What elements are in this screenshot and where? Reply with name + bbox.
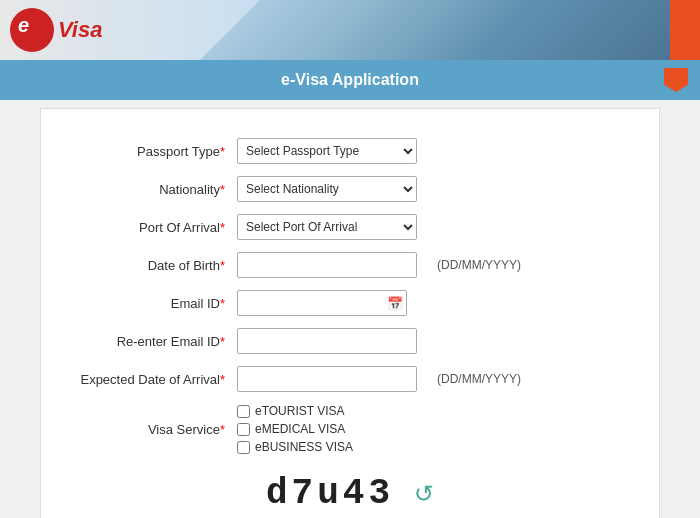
logo-text: Visa bbox=[58, 17, 102, 43]
medical-label: eMEDICAL VISA bbox=[255, 422, 345, 436]
port-arrival-row: Port Of Arrival* Select Port Of Arrival bbox=[51, 211, 649, 243]
dob-input[interactable] bbox=[237, 252, 417, 278]
refresh-captcha-button[interactable]: ↻ bbox=[414, 480, 434, 508]
form-container: Passport Type* Select Passport Type Ordi… bbox=[40, 108, 660, 518]
visa-service-row: Visa Service* eTOURIST VISA eMEDICAL VIS… bbox=[51, 401, 649, 457]
calendar-icon: 📅 bbox=[387, 296, 403, 311]
page-title: e-Visa Application bbox=[36, 71, 664, 89]
port-arrival-cell: Select Port Of Arrival bbox=[231, 211, 431, 243]
captcha-row: d7u43 ↻ bbox=[51, 463, 649, 518]
email-label: Email ID* bbox=[51, 287, 231, 319]
passport-type-cell: Select Passport Type Ordinary Passport D… bbox=[231, 135, 431, 167]
header-stripe bbox=[670, 0, 700, 60]
dob-hint: (DD/MM/YYYY) bbox=[431, 249, 649, 281]
expected-date-hint: (DD/MM/YYYY) bbox=[431, 363, 649, 395]
dob-label: Date of Birth* bbox=[51, 249, 231, 281]
business-checkbox[interactable] bbox=[237, 441, 250, 454]
expected-date-label: Expected Date of Arrival* bbox=[51, 363, 231, 395]
email-row: Email ID* 📅 bbox=[51, 287, 649, 319]
passport-type-label: Passport Type* bbox=[51, 135, 231, 167]
flag-icon bbox=[664, 68, 688, 92]
expected-date-input[interactable] bbox=[237, 366, 417, 392]
dob-row: Date of Birth* (DD/MM/YYYY) bbox=[51, 249, 649, 281]
passport-type-select[interactable]: Select Passport Type Ordinary Passport D… bbox=[237, 138, 417, 164]
form-table: Passport Type* Select Passport Type Ordi… bbox=[51, 129, 649, 518]
nationality-row: Nationality* Select Nationality bbox=[51, 173, 649, 205]
visa-option-medical: eMEDICAL VISA bbox=[237, 422, 643, 436]
visa-option-business: eBUSINESS VISA bbox=[237, 440, 643, 454]
email-wrapper: 📅 bbox=[237, 290, 407, 316]
logo-circle bbox=[10, 8, 54, 52]
captcha-cell: d7u43 ↻ bbox=[51, 463, 649, 518]
email-input[interactable] bbox=[237, 290, 407, 316]
medical-checkbox[interactable] bbox=[237, 423, 250, 436]
visa-option-tourist: eTOURIST VISA bbox=[237, 404, 643, 418]
port-arrival-label: Port Of Arrival* bbox=[51, 211, 231, 243]
dob-cell bbox=[231, 249, 431, 281]
captcha-container: d7u43 ↻ bbox=[61, 473, 639, 514]
re-email-cell bbox=[231, 325, 431, 357]
re-email-input[interactable] bbox=[237, 328, 417, 354]
expected-date-row: Expected Date of Arrival* (DD/MM/YYYY) bbox=[51, 363, 649, 395]
visa-service-label: Visa Service* bbox=[51, 401, 231, 457]
nationality-select[interactable]: Select Nationality bbox=[237, 176, 417, 202]
expected-date-cell bbox=[231, 363, 431, 395]
captcha-image: d7u43 bbox=[266, 473, 394, 514]
visa-service-cell: eTOURIST VISA eMEDICAL VISA eBUSINESS VI… bbox=[231, 401, 649, 457]
re-email-label: Re-enter Email ID* bbox=[51, 325, 231, 357]
port-arrival-select[interactable]: Select Port Of Arrival bbox=[237, 214, 417, 240]
nationality-label: Nationality* bbox=[51, 173, 231, 205]
title-bar: e-Visa Application bbox=[0, 60, 700, 100]
email-cell: 📅 bbox=[231, 287, 431, 319]
header-background bbox=[200, 0, 700, 60]
header: Visa bbox=[0, 0, 700, 60]
tourist-checkbox[interactable] bbox=[237, 405, 250, 418]
re-email-row: Re-enter Email ID* bbox=[51, 325, 649, 357]
tourist-label: eTOURIST VISA bbox=[255, 404, 345, 418]
visa-service-options: eTOURIST VISA eMEDICAL VISA eBUSINESS VI… bbox=[237, 404, 643, 454]
business-label: eBUSINESS VISA bbox=[255, 440, 353, 454]
nationality-cell: Select Nationality bbox=[231, 173, 431, 205]
passport-type-row: Passport Type* Select Passport Type Ordi… bbox=[51, 135, 649, 167]
logo: Visa bbox=[0, 8, 102, 52]
